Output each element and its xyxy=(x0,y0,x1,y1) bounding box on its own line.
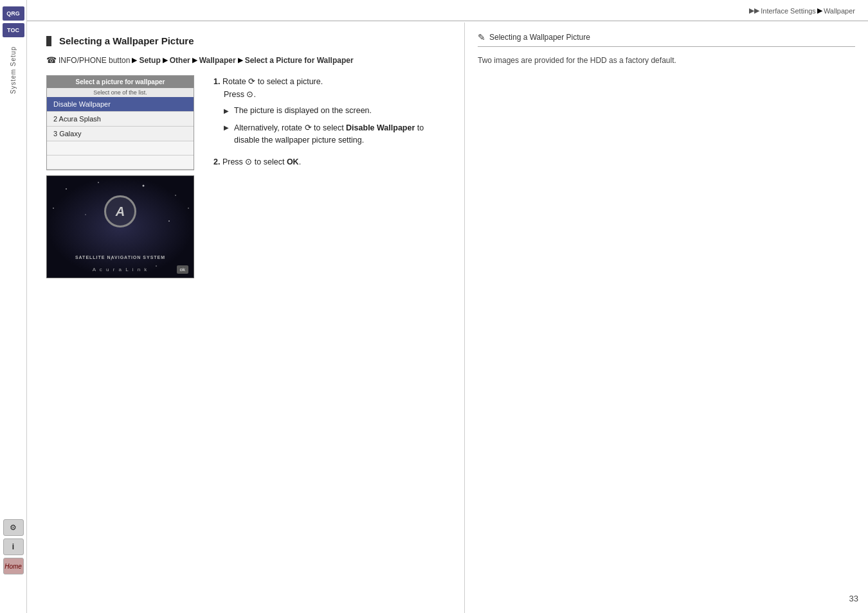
breadcrumb-arrow2: ▶ xyxy=(817,6,822,15)
system-setup-label: System Setup xyxy=(10,46,17,94)
nav-wallpaper: Wallpaper xyxy=(199,56,236,65)
nav-info-icon: ☎ xyxy=(46,55,57,65)
step2-text2: to select xyxy=(255,157,285,166)
step-1: 1. Rotate ⟳ to select a picture. Press ⊙… xyxy=(213,75,445,147)
sub-step1-text: The picture is displayed on the screen. xyxy=(234,105,372,117)
brand-logo: A xyxy=(104,195,136,227)
right-panel-note: Two images are provided for the HDD as a… xyxy=(478,55,855,67)
ok-overlay: ok xyxy=(177,265,188,274)
content-row: Select a picture for wallpaper Select on… xyxy=(46,75,445,278)
menu-screenshot: Select a picture for wallpaper Select on… xyxy=(46,75,194,170)
nav-info-btn: INFO/PHONE button xyxy=(59,56,130,65)
section-heading: Selecting a Wallpaper Picture xyxy=(46,35,445,46)
nav-select: Select a Picture for Wallpaper xyxy=(245,56,354,65)
sub-arrow-1: ▶ xyxy=(224,106,231,117)
toc-button[interactable]: TOC xyxy=(3,23,24,37)
step-2: 2. Press ⊙ to select OK. xyxy=(213,155,445,168)
page-number: 33 xyxy=(849,594,858,603)
svg-point-2 xyxy=(143,185,145,187)
svg-point-1 xyxy=(98,182,99,183)
settings-icon-button[interactable]: ⚙ xyxy=(3,519,24,536)
content-right-panel: ✎ Selecting a Wallpaper Picture Two imag… xyxy=(464,22,868,613)
right-panel-title: Selecting a Wallpaper Picture xyxy=(489,33,590,42)
right-panel-heading: ✎ Selecting a Wallpaper Picture xyxy=(478,32,855,47)
nav-other: Other xyxy=(170,56,190,65)
svg-point-0 xyxy=(66,188,67,190)
content-left-panel: Selecting a Wallpaper Picture ☎ INFO/PHO… xyxy=(27,22,464,613)
nav-setup: Setup xyxy=(139,56,160,65)
menu-item-2: 2 Acura Splash xyxy=(47,112,194,127)
press-icon-2: ⊙ xyxy=(245,155,252,168)
svg-point-6 xyxy=(168,220,170,222)
svg-point-7 xyxy=(188,208,189,209)
brand-link: A c u r a L i n k xyxy=(47,267,194,272)
sidebar-bottom-icons: ⚙ i Home xyxy=(3,519,24,574)
step2-bold: OK xyxy=(287,157,299,166)
menu-item-3: 3 Galaxy xyxy=(47,127,194,141)
sub-step2-text: Alternatively, rotate ⟳ to select Disabl… xyxy=(234,121,445,147)
navigation-path: ☎ INFO/PHONE button ▶ Setup ▶ Other ▶ Wa… xyxy=(46,55,445,65)
step2-num: 2. xyxy=(213,157,220,166)
qrg-button[interactable]: QRG xyxy=(3,6,24,21)
nav-arrow3: ▶ xyxy=(192,57,197,64)
nav-arrow4: ▶ xyxy=(238,57,243,64)
menu-title: Select a picture for wallpaper xyxy=(47,76,194,88)
settings-icon: ⚙ xyxy=(10,523,17,532)
svg-point-5 xyxy=(85,214,86,215)
sub-step2-bold: Disable Wallpaper xyxy=(346,123,415,132)
nav-arrow2: ▶ xyxy=(163,57,168,64)
home-button[interactable]: Home xyxy=(3,558,24,574)
svg-point-4 xyxy=(53,208,54,209)
menu-subtitle: Select one of the list. xyxy=(47,88,194,97)
sidebar: QRG TOC System Setup ⚙ i Home xyxy=(0,0,27,613)
heading-bar-icon xyxy=(46,36,51,46)
main-content: ▶▶ Interface Settings ▶ Wallpaper Select… xyxy=(27,0,868,613)
menu-item-5 xyxy=(47,155,194,170)
system-name: SATELLITE NAVIGATION SYSTEM xyxy=(75,255,165,260)
breadcrumb-part2: Wallpaper xyxy=(824,7,855,15)
svg-point-3 xyxy=(175,195,176,196)
rotate-icon-1: ⟳ xyxy=(248,75,255,88)
step1-text: Rotate xyxy=(222,77,246,86)
nav-arrow1: ▶ xyxy=(132,57,137,64)
step1-num: 1. xyxy=(213,77,220,86)
sub-step-1: ▶ The picture is displayed on the screen… xyxy=(224,105,445,117)
screenshots-column: Select a picture for wallpaper Select on… xyxy=(46,75,194,278)
rotate-icon-2: ⟳ xyxy=(305,121,312,134)
breadcrumb-arrows: ▶▶ xyxy=(749,6,759,15)
menu-item-4 xyxy=(47,141,194,155)
step2-text: Press xyxy=(222,157,243,166)
sub-steps: ▶ The picture is displayed on the screen… xyxy=(224,105,445,147)
breadcrumb-part1: Interface Settings xyxy=(761,7,816,15)
step1-press: Press xyxy=(224,90,244,99)
wallpaper-screenshot: A SATELLITE NAVIGATION SYSTEM A c u r a … xyxy=(46,175,194,278)
sub-step-2: ▶ Alternatively, rotate ⟳ to select Disa… xyxy=(224,121,445,147)
top-divider xyxy=(27,21,868,21)
section-title: Selecting a Wallpaper Picture xyxy=(59,35,194,46)
info-icon-button[interactable]: i xyxy=(3,538,24,555)
sub-arrow-2: ▶ xyxy=(224,123,231,147)
instructions-column: 1. Rotate ⟳ to select a picture. Press ⊙… xyxy=(213,75,445,278)
step2-end: . xyxy=(299,157,301,166)
note-icon: ✎ xyxy=(478,32,485,42)
menu-item-1: Disable Wallpaper xyxy=(47,97,194,112)
breadcrumb: ▶▶ Interface Settings ▶ Wallpaper xyxy=(749,6,855,15)
step1-text2: to select a picture. xyxy=(258,77,323,86)
press-icon-1: ⊙ xyxy=(246,88,253,101)
home-icon: Home xyxy=(5,563,22,570)
info-icon: i xyxy=(12,542,14,551)
